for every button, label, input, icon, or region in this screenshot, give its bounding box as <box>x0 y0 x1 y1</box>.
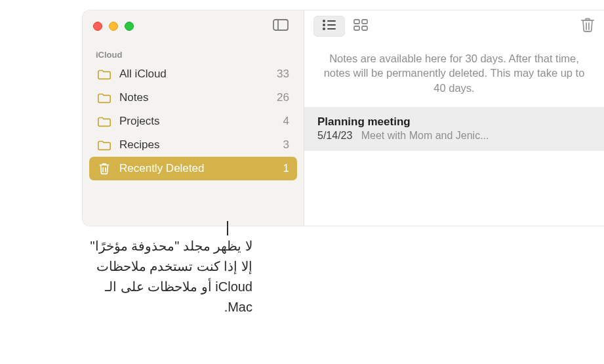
view-mode-segment <box>313 16 376 37</box>
sidebar-item-all-icloud[interactable]: All iCloud 33 <box>89 62 297 86</box>
list-view-button[interactable] <box>313 16 345 37</box>
zoom-window-button[interactable] <box>125 22 134 31</box>
gallery-view-button[interactable] <box>345 16 376 37</box>
note-preview: Meet with Mom and Jenic... <box>361 130 489 141</box>
note-row[interactable]: Planning meeting 5/14/23 Meet with Mom a… <box>304 108 604 151</box>
sidebar-item-count: 4 <box>283 115 289 128</box>
list-toolbar <box>304 10 604 42</box>
sidebar-item-label: Notes <box>119 91 148 104</box>
sidebar-item-count: 26 <box>277 91 289 104</box>
svg-point-4 <box>323 24 325 26</box>
svg-rect-0 <box>273 20 288 30</box>
sidebar-item-count: 1 <box>283 162 289 175</box>
callout-pointer <box>227 221 228 235</box>
sidebar-item-recently-deleted[interactable]: Recently Deleted 1 <box>89 157 297 180</box>
folder-icon <box>97 115 111 128</box>
retention-notice: Notes are available here for 30 days. Af… <box>304 42 604 108</box>
note-date: 5/14/23 <box>317 130 352 141</box>
sidebar: iCloud All iCloud 33 Notes 26 Proje <box>83 10 304 226</box>
trash-icon <box>97 162 111 175</box>
sidebar-item-count: 3 <box>283 138 289 152</box>
folder-list: iCloud All iCloud 33 Notes 26 Proje <box>83 42 304 226</box>
minimize-window-button[interactable] <box>109 22 118 31</box>
delete-button[interactable] <box>580 17 595 35</box>
svg-rect-5 <box>327 24 336 26</box>
svg-rect-7 <box>327 28 336 30</box>
svg-rect-3 <box>327 20 336 22</box>
svg-rect-10 <box>354 26 359 30</box>
folder-icon <box>97 68 111 81</box>
svg-rect-11 <box>362 26 367 30</box>
sidebar-item-projects[interactable]: Projects 4 <box>89 110 297 133</box>
note-title: Planning meeting <box>317 115 591 129</box>
notes-list: Planning meeting 5/14/23 Meet with Mom a… <box>304 108 604 151</box>
svg-rect-9 <box>362 20 367 24</box>
close-window-button[interactable] <box>93 22 102 31</box>
svg-point-6 <box>323 28 325 30</box>
note-subtitle: 5/14/23 Meet with Mom and Jenic... <box>317 130 591 142</box>
sidebar-section-header: iCloud <box>89 46 297 62</box>
sidebar-item-label: All iCloud <box>119 68 167 81</box>
sidebar-item-count: 33 <box>277 68 289 81</box>
sidebar-item-notes[interactable]: Notes 26 <box>89 86 297 110</box>
app-window: iCloud All iCloud 33 Notes 26 Proje <box>82 10 604 226</box>
sidebar-item-label: Recently Deleted <box>119 162 204 175</box>
sidebar-item-recipes[interactable]: Recipes 3 <box>89 133 297 157</box>
sidebar-panel-icon <box>273 19 289 33</box>
window-controls <box>93 22 134 31</box>
trash-icon <box>580 24 595 35</box>
note-list-panel: Notes are available here for 30 days. Af… <box>304 10 604 226</box>
toggle-sidebar-button[interactable] <box>268 17 293 35</box>
folder-icon <box>97 91 111 104</box>
folder-icon <box>97 138 111 152</box>
sidebar-item-label: Recipes <box>119 138 159 152</box>
svg-rect-8 <box>354 20 359 24</box>
grid-icon <box>353 19 368 33</box>
list-icon <box>322 20 336 33</box>
svg-point-2 <box>323 20 325 22</box>
sidebar-item-label: Projects <box>119 115 159 128</box>
callout-text: لا يظهر مجلد "محذوفة مؤخرًا" إلا إذا كنت… <box>89 236 252 317</box>
titlebar <box>83 10 304 42</box>
